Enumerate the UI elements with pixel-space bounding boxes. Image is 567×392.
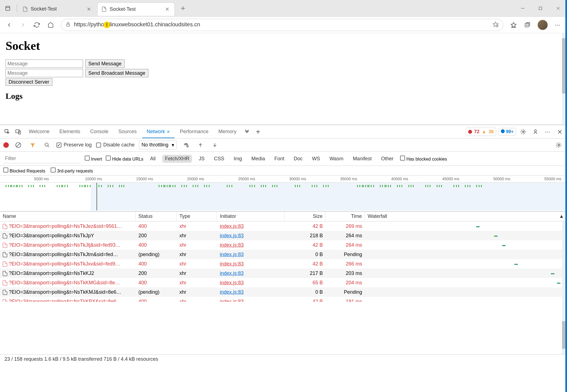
filter-manifest[interactable]: Manifest (350, 155, 374, 163)
more-tabs-button[interactable] (242, 127, 252, 137)
profile-avatar[interactable] (538, 20, 548, 30)
tab-welcome[interactable]: Welcome (24, 125, 54, 138)
blocked-requests-checkbox[interactable]: Blocked Requests (3, 167, 45, 174)
timeline-area[interactable] (0, 183, 567, 210)
table-row[interactable]: ?EIO=3&transport=polling&t=NsTkJtm&sid=f… (0, 250, 567, 259)
browser-tab-2[interactable]: Socket-Test (97, 2, 175, 16)
search-button[interactable] (42, 140, 52, 150)
table-row[interactable]: ?EIO=3&transport=polling&t=NsTkKPX&sid=8… (0, 297, 567, 302)
tab-actions-button[interactable] (2, 3, 13, 14)
header-status[interactable]: Status (136, 212, 177, 221)
clear-button[interactable] (13, 140, 23, 150)
maximize-button[interactable] (532, 2, 549, 15)
tab-console[interactable]: Console (86, 125, 113, 138)
close-devtools-button[interactable] (555, 127, 565, 137)
export-har-button[interactable] (210, 140, 220, 150)
disable-cache-checkbox[interactable]: Disable cache (96, 142, 135, 148)
header-waterfall[interactable]: Waterfall▲ (365, 212, 567, 221)
filter-other[interactable]: Other (378, 155, 396, 163)
browser-tab-1[interactable]: Socket-Test (19, 2, 96, 16)
tab-performance[interactable]: Performance (176, 125, 213, 138)
initiator-link[interactable]: index.js:83 (220, 270, 244, 276)
record-button[interactable] (3, 142, 9, 148)
header-name[interactable]: Name (0, 212, 136, 221)
table-row[interactable]: ?EIO=3&transport=polling&t=NsTkJpY 200 x… (0, 231, 567, 240)
table-row[interactable]: ?EIO=3&transport=polling&t=NsTkJtj&sid=f… (0, 240, 567, 250)
invert-checkbox[interactable]: Invert (85, 156, 102, 162)
favorite-button[interactable] (493, 21, 499, 29)
table-row[interactable]: ?EIO=3&transport=polling&t=NsTkKJ2 200 x… (0, 269, 567, 278)
blocked-cookies-checkbox[interactable]: Has blocked cookies (400, 156, 447, 162)
header-type[interactable]: Type (177, 212, 217, 221)
new-tab-button[interactable] (177, 3, 189, 14)
send-message-button[interactable]: Send Message (85, 60, 125, 68)
network-timeline[interactable]: 5000 ms10000 ms15000 ms20000 ms25000 ms3… (0, 176, 567, 212)
import-har-button[interactable] (195, 140, 205, 150)
minimize-button[interactable] (514, 2, 532, 15)
filter-doc[interactable]: Doc (291, 155, 305, 163)
initiator-link[interactable]: index.js:83 (220, 299, 244, 302)
hide-data-urls-checkbox[interactable]: Hide data URLs (106, 156, 143, 162)
lock-icon[interactable] (66, 22, 71, 28)
filter-font[interactable]: Font (272, 155, 287, 163)
initiator-link[interactable]: index.js:83 (220, 233, 244, 238)
initiator-link[interactable]: index.js:83 (220, 242, 244, 248)
inspect-element-button[interactable] (2, 127, 12, 137)
back-button[interactable] (3, 19, 15, 31)
filter-ws[interactable]: WS (309, 155, 323, 163)
filter-toggle-button[interactable] (28, 140, 38, 150)
initiator-link[interactable]: index.js:83 (220, 261, 244, 267)
table-row[interactable]: ?EIO=3&transport=polling&t=NsTkJxv&sid=f… (0, 259, 567, 269)
third-party-checkbox[interactable]: 3rd-party requests (51, 167, 93, 174)
header-size[interactable]: Size (285, 212, 326, 221)
add-tab-button[interactable] (253, 127, 263, 137)
table-body[interactable]: ?EIO=3&transport=polling&t=NsTkJez&sid=9… (0, 221, 567, 302)
filter-all[interactable]: All (147, 155, 158, 163)
tab-sources[interactable]: Sources (114, 125, 141, 138)
address-bar[interactable]: https://pythoIlinuxwebsocket01.chinaclou… (61, 19, 503, 31)
device-toolbar-button[interactable] (13, 127, 23, 137)
tab-close-button[interactable] (86, 6, 92, 12)
filter-img[interactable]: Img (231, 155, 245, 163)
initiator-link[interactable]: index.js:83 (220, 280, 244, 285)
feedback-button[interactable] (530, 127, 540, 137)
tab-network[interactable]: Network✕ (142, 125, 174, 138)
forward-button[interactable] (17, 19, 29, 31)
filter-media[interactable]: Media (249, 155, 268, 163)
initiator-link[interactable]: index.js:83 (220, 223, 244, 229)
tab-close-button[interactable] (164, 6, 171, 12)
preserve-log-checkbox[interactable]: Preserve log (56, 142, 92, 148)
favorites-button[interactable] (508, 19, 519, 31)
network-conditions-button[interactable] (181, 140, 191, 150)
initiator-link[interactable]: index.js:83 (220, 252, 244, 257)
filter-css[interactable]: CSS (211, 155, 227, 163)
menu-button[interactable]: ⋯ (552, 19, 564, 31)
tab-memory[interactable]: Memory (214, 125, 241, 138)
header-time[interactable]: Time (326, 212, 365, 221)
message-input-2[interactable] (6, 69, 83, 77)
error-warning-badge[interactable]: 72 ▲36 (466, 128, 496, 136)
network-settings-button[interactable] (554, 140, 564, 150)
settings-button[interactable] (518, 127, 528, 137)
filter-input[interactable] (3, 154, 81, 163)
throttling-select[interactable]: No throttling▾ (139, 141, 177, 149)
devtools-menu-button[interactable]: ⋯ (543, 127, 553, 137)
filter-wasm[interactable]: Wasm (327, 155, 346, 163)
filter-fetch-xhr[interactable]: Fetch/XHR (162, 155, 192, 163)
home-button[interactable] (45, 19, 56, 31)
refresh-button[interactable] (31, 19, 43, 31)
filter-js[interactable]: JS (196, 155, 207, 163)
table-row[interactable]: ?EIO=3&transport=polling&t=NsTkKMJ&sid=8… (0, 287, 567, 297)
info-badge[interactable]: 99+ (498, 128, 516, 136)
close-tab-icon[interactable]: ✕ (167, 130, 170, 134)
collections-button[interactable] (522, 19, 533, 31)
send-broadcast-button[interactable]: Send Broadcast Message (85, 69, 148, 77)
close-window-button[interactable] (549, 2, 567, 15)
tab-elements[interactable]: Elements (55, 125, 85, 138)
table-row[interactable]: ?EIO=3&transport=polling&t=NsTkJez&sid=9… (0, 221, 567, 231)
table-row[interactable]: ?EIO=3&transport=polling&t=NsTkKMG&sid=8… (0, 278, 567, 287)
initiator-link[interactable]: index.js:83 (220, 289, 244, 295)
header-initiator[interactable]: Initiator (217, 212, 285, 221)
message-input-1[interactable] (6, 60, 83, 68)
disconnect-button[interactable]: Disconnect Server (6, 78, 52, 86)
